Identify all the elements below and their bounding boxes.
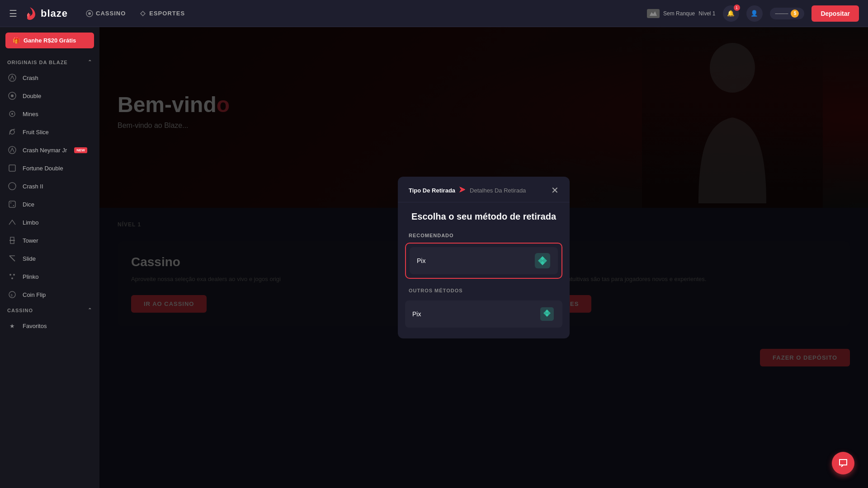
pix-recommended-item[interactable]: Pix [410,247,558,274]
plinko-icon [7,272,17,282]
outros-section: OUTROS MÉTODOS Pix [405,286,562,328]
recommended-box: Pix [405,243,562,279]
chevron-up-icon-cassino: ⌃ [88,307,92,313]
nav-casino[interactable]: CASSINO [86,10,126,17]
currency-icon: $ [791,9,799,18]
hamburger-icon[interactable]: ☰ [9,8,17,19]
logo-area[interactable]: blaze [23,6,68,21]
user-icon: 👤 [750,10,758,17]
svg-rect-9 [9,165,15,171]
modal-overlay: Tipo De Retirada ⮞ Detalhes Da Retirada … [99,27,868,488]
tower-icon [7,235,17,245]
svg-point-4 [11,94,14,97]
sidebar-item-crash[interactable]: Crash [0,69,99,87]
sidebar-item-coin-flip[interactable]: $ Coin Flip [0,286,99,304]
sidebar-item-crash-neymar[interactable]: Crash Neymar Jr NEW [0,141,99,159]
sidebar-item-tower[interactable]: Tower [0,231,99,249]
double-icon [7,91,17,101]
mines-icon [7,109,17,119]
crash-icon [7,73,17,83]
bell-icon: 🔔 [727,10,735,17]
balance-value: –––– [775,10,788,17]
svg-point-1 [88,12,91,15]
sidebar-item-favoritos[interactable]: ★ Favoritos [0,317,99,335]
sidebar-item-mines[interactable]: Mines [0,105,99,123]
chat-button[interactable] [832,452,854,474]
limbo-icon [7,217,17,227]
svg-point-17 [13,274,15,276]
chevron-up-icon: ⌃ [88,59,92,65]
modal-title: Escolha o seu método de retirada [398,202,570,229]
slide-icon [7,253,17,263]
pix-outros-label: Pix [412,310,421,318]
sidebar-item-crash-ii[interactable]: Crash II [0,177,99,195]
user-profile-button[interactable]: 👤 [746,5,763,22]
step-arrow-icon: ⮞ [459,186,466,194]
balance-area: –––– $ [770,8,805,19]
new-badge: NEW [74,147,87,153]
sidebar: 🎁 Ganhe R$20 Grátis ORIGINAIS DA BLAZE ⌃… [0,27,99,488]
svg-point-6 [11,113,13,115]
sidebar-section-originais: ORIGINAIS DA BLAZE ⌃ [0,56,99,69]
main-layout: 🎁 Ganhe R$20 Grátis ORIGINAIS DA BLAZE ⌃… [0,27,868,488]
sidebar-item-fortune-double[interactable]: Fortune Double [0,159,99,177]
content-area: Bem-vindo Bem-vindo ao Blaze... NÍVEL 1 … [99,27,868,488]
deposit-button[interactable]: Depositar [811,5,859,22]
dice-icon [7,199,17,209]
pix-recommended-label: Pix [417,257,425,264]
recommended-label: RECOMENDADO [405,229,562,243]
svg-rect-15 [9,240,15,241]
svg-text:$: $ [11,293,13,297]
svg-point-10 [9,183,16,190]
sidebar-item-limbo[interactable]: Limbo [0,213,99,231]
sidebar-item-dice[interactable]: Dice [0,195,99,213]
crash-ii-icon [7,181,17,191]
logo-text: blaze [41,8,68,19]
svg-rect-11 [9,201,15,207]
outros-label: OUTROS MÉTODOS [405,286,562,298]
modal-close-button[interactable]: ✕ [551,186,559,195]
sidebar-item-fruit-slice[interactable]: Fruit Slice [0,123,99,141]
sidebar-section-cassino: CASSINO ⌃ [0,304,99,317]
step1-label: Tipo De Retirada [409,187,455,194]
top-navigation: ☰ blaze CASSINO ESPORTES Sem Ranque Níve… [0,0,868,27]
logo-flame-icon [23,6,37,21]
modal-steps: Tipo De Retirada ⮞ Detalhes Da Retirada [409,186,526,194]
rank-icon [647,9,660,18]
svg-point-13 [13,205,14,206]
crash-neymar-icon [7,145,17,155]
svg-point-16 [9,274,11,276]
pix-outros-item[interactable]: Pix [405,300,562,328]
modal-body: RECOMENDADO Pix [398,229,570,338]
withdrawal-modal: Tipo De Retirada ⮞ Detalhes Da Retirada … [398,177,570,338]
svg-point-12 [10,202,11,203]
svg-point-18 [11,277,13,279]
modal-header: Tipo De Retirada ⮞ Detalhes Da Retirada … [398,177,570,202]
fruit-slice-icon [7,127,17,137]
sidebar-item-double[interactable]: Double [0,87,99,105]
fortune-double-icon [7,163,17,173]
nav-esports[interactable]: ESPORTES [139,10,185,17]
rank-info: Sem Ranque Nível 1 [647,9,715,18]
nav-right: Sem Ranque Nível 1 🔔 1 👤 –––– $ Deposita… [647,5,859,22]
gift-icon: 🎁 [13,37,20,44]
sidebar-item-plinko[interactable]: Plinko [0,267,99,286]
nav-links: CASSINO ESPORTES [86,10,647,17]
sidebar-item-slide[interactable]: Slide [0,249,99,267]
star-icon: ★ [7,321,17,331]
pix-recommended-icon [534,253,551,269]
promo-button[interactable]: 🎁 Ganhe R$20 Grátis [5,33,94,48]
coin-flip-icon: $ [7,290,17,300]
pix-outros-icon [539,306,555,322]
step2-label: Detalhes Da Retirada [470,187,526,194]
notification-badge: 1 [734,5,740,11]
notifications-button[interactable]: 🔔 1 [723,5,739,22]
